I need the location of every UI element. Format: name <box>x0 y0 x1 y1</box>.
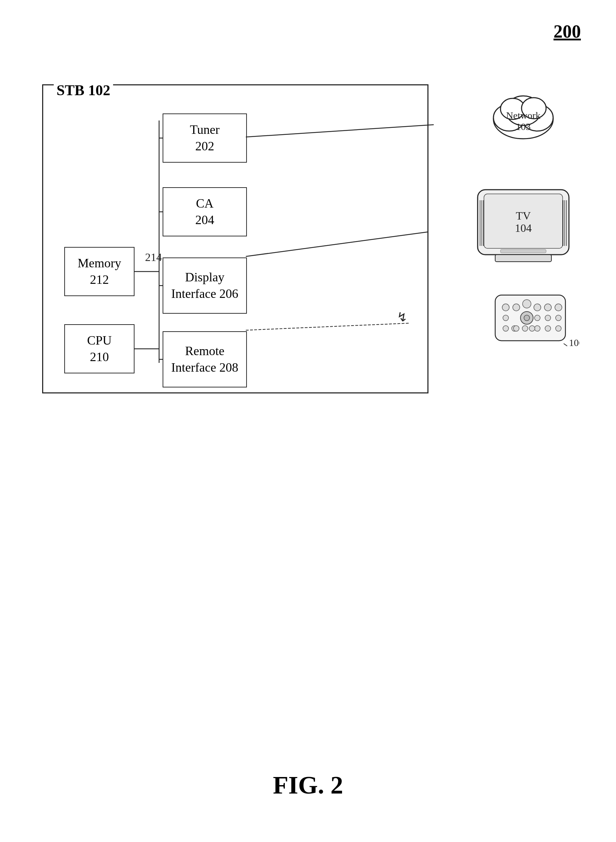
svg-point-36 <box>534 304 541 311</box>
svg-point-35 <box>522 300 531 308</box>
svg-point-34 <box>513 304 520 311</box>
cpu-label: CPU210 <box>87 332 112 365</box>
tuner-label: Tuner202 <box>190 122 220 154</box>
stb-label: STB 102 <box>54 82 113 99</box>
remote-svg: 106 <box>488 292 579 362</box>
svg-point-50 <box>513 326 519 331</box>
svg-text:103: 103 <box>516 121 531 132</box>
svg-point-38 <box>555 304 562 311</box>
svg-rect-31 <box>500 249 546 253</box>
tuner-box: Tuner202 <box>163 113 247 163</box>
svg-point-43 <box>556 315 561 321</box>
remote-interface-box: RemoteInterface 208 <box>163 331 247 387</box>
tv-display: TV 104 <box>474 186 572 270</box>
svg-point-42 <box>545 315 551 321</box>
svg-text:106: 106 <box>569 337 579 348</box>
network-cloud: Network 103 <box>485 84 562 148</box>
memory-label: Memory212 <box>78 255 121 288</box>
svg-text:214: 214 <box>145 251 162 264</box>
cpu-box: CPU210 <box>64 324 135 373</box>
remote-interface-label: RemoteInterface 208 <box>172 343 239 376</box>
network-cloud-svg: Network 103 <box>485 84 562 148</box>
svg-rect-30 <box>495 255 551 262</box>
display-interface-label: DisplayInterface 206 <box>172 269 239 302</box>
ca-label: CA204 <box>195 195 214 228</box>
remote-control: 106 <box>488 292 579 362</box>
svg-point-49 <box>556 326 561 331</box>
svg-point-46 <box>534 315 540 321</box>
memory-box: Memory212 <box>64 247 135 296</box>
svg-text:Network: Network <box>506 110 541 121</box>
display-interface-box: DisplayInterface 206 <box>163 257 247 314</box>
stb-box: STB 102 Tuner202 CA204 DisplayInterface … <box>42 84 428 393</box>
svg-point-40 <box>524 315 529 321</box>
svg-text:TV: TV <box>516 209 531 222</box>
tv-svg: TV 104 <box>474 186 572 270</box>
svg-point-44 <box>503 326 509 331</box>
svg-point-52 <box>529 326 535 331</box>
svg-point-48 <box>545 326 551 331</box>
svg-point-51 <box>522 326 528 331</box>
svg-point-33 <box>502 304 509 311</box>
ca-box: CA204 <box>163 187 247 236</box>
figure-caption: FIG. 2 <box>0 771 616 800</box>
svg-point-47 <box>534 326 540 331</box>
svg-point-37 <box>544 304 551 311</box>
diagram-area: STB 102 Tuner202 CA204 DisplayInterface … <box>28 56 583 443</box>
svg-text:104: 104 <box>515 222 532 234</box>
svg-line-54 <box>564 343 567 346</box>
figure-number: 200 <box>553 21 581 42</box>
svg-point-41 <box>503 315 509 321</box>
